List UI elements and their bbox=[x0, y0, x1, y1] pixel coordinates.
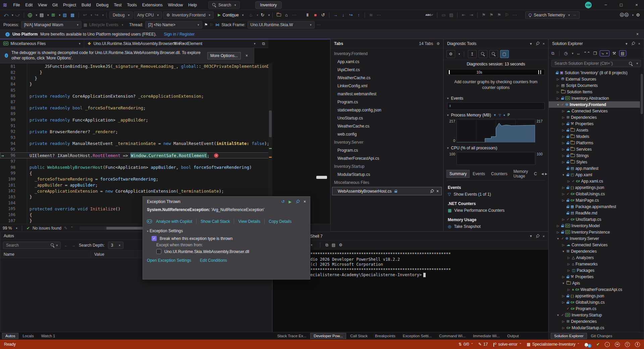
expander-expanded-icon[interactable]: ▾ bbox=[561, 250, 565, 253]
expander-collapsed-icon[interactable]: ▷ bbox=[561, 186, 565, 189]
show-next-statement-icon[interactable]: → bbox=[332, 11, 339, 19]
open-tab-item[interactable]: LinkerConfig.xml bbox=[331, 82, 443, 90]
breakpoint-margin[interactable] bbox=[0, 141, 5, 147]
new-file-icon[interactable]: ▤ bbox=[38, 11, 45, 19]
close-icon[interactable]: × bbox=[543, 234, 545, 238]
open-exception-settings-link[interactable]: Open Exception Settings bbox=[147, 258, 191, 263]
increase-indent-icon[interactable]: ⇥ bbox=[468, 11, 475, 19]
diag-settings-gear-icon[interactable]: ⚙ bbox=[446, 50, 455, 58]
tree-item[interactable]: ▤app.manifest bbox=[549, 165, 644, 171]
expander-collapsed-icon[interactable]: ▷ bbox=[567, 269, 571, 272]
expander-collapsed-icon[interactable]: ▷ bbox=[561, 275, 565, 279]
save-icon[interactable]: ▧ bbox=[61, 11, 68, 19]
expander-collapsed-icon[interactable]: ▷ bbox=[561, 122, 565, 126]
except-module-checkbox[interactable]: ✓ bbox=[156, 249, 161, 254]
git-repository[interactable]: ▩Specialisterne-Inventory⌃ bbox=[527, 342, 580, 347]
chevron-down-icon[interactable]: ▾ bbox=[530, 234, 532, 238]
tree-item[interactable]: ▷⊞Dependencies bbox=[549, 114, 644, 120]
tree-item[interactable]: ▷Solution Items bbox=[549, 89, 644, 95]
expander-collapsed-icon[interactable]: ▷ bbox=[561, 218, 565, 221]
pin-icon[interactable] bbox=[630, 41, 636, 47]
expander-collapsed-icon[interactable]: ▷ bbox=[561, 148, 565, 151]
breakpoint-margin[interactable] bbox=[0, 194, 5, 200]
type-dropdown[interactable]: ❖ Uno.UI.Runtime.Skia.WebAssembly.Browse… bbox=[84, 39, 170, 48]
search-next-icon[interactable]: → bbox=[71, 243, 75, 248]
tree-item[interactable]: ▷Platforms bbox=[549, 140, 644, 146]
breakpoint-margin[interactable] bbox=[0, 123, 5, 129]
configuration-dropdown[interactable]: Debug▾ bbox=[109, 11, 133, 19]
open-tab-item[interactable]: manifest.webmanifest bbox=[331, 90, 443, 98]
expander-collapsed-icon[interactable]: ▷ bbox=[556, 97, 560, 100]
menu-git[interactable]: Git bbox=[50, 3, 60, 7]
navigate-forward-icon[interactable]: ⤻ bbox=[14, 11, 21, 19]
comment-icon[interactable]: ▭ bbox=[440, 11, 447, 19]
panel-tab-immediate-wi-[interactable]: Immediate Wi... bbox=[470, 333, 503, 339]
take-snapshot-link[interactable]: ◎Take Snapshot bbox=[448, 223, 544, 230]
prev-bookmark-icon[interactable]: ⚑ bbox=[488, 11, 495, 19]
breakpoint-margin[interactable] bbox=[0, 81, 5, 87]
tree-item[interactable]: ▷C#MainPage.cs bbox=[549, 197, 644, 203]
toggle-bookmark-icon[interactable]: ⚑ bbox=[480, 11, 487, 19]
notifications-bell[interactable]: 1 bbox=[585, 341, 591, 348]
diag-tab-memory-usage[interactable]: Memory Usage bbox=[511, 167, 531, 180]
open-tab-item[interactable]: web.config bbox=[331, 130, 443, 138]
breakpoint-margin[interactable] bbox=[0, 69, 5, 76]
tree-item[interactable]: ✓C#Program.cs bbox=[549, 305, 644, 312]
split-editor-icon[interactable]: ⧉ bbox=[259, 39, 268, 48]
tree-item[interactable]: ▷C#Inventory.Persistence bbox=[549, 229, 644, 235]
menu-window[interactable]: Window bbox=[165, 3, 185, 7]
lifecycle-events-label[interactable]: Lifecycle Events bbox=[89, 22, 118, 27]
panel-tab-breakpoints[interactable]: Breakpoints bbox=[372, 333, 399, 339]
expander-expanded-icon[interactable]: ▾ bbox=[561, 282, 565, 285]
cpu-section-header[interactable]: CPU (% of all processors) bbox=[451, 146, 497, 150]
format-icon[interactable]: ✎ bbox=[64, 226, 67, 231]
code-line[interactable]: 82 } bbox=[0, 69, 272, 76]
tabs-settings-gear-icon[interactable]: ⚙ bbox=[436, 42, 440, 46]
panel-tab-command-wi-[interactable]: Command Wi... bbox=[436, 333, 469, 339]
code-line[interactable]: 97 bbox=[0, 158, 272, 164]
chevron-down-icon[interactable]: ▾ bbox=[530, 42, 532, 46]
debug-overflow-icon[interactable]: ⋯ bbox=[375, 11, 382, 19]
navigate-back-icon[interactable]: ⤺ bbox=[3, 11, 9, 19]
expander-collapsed-icon[interactable]: ▷ bbox=[567, 180, 571, 183]
breakpoint-margin[interactable] bbox=[0, 75, 5, 81]
open-tab-item[interactable]: IWeatherCache.cs bbox=[331, 74, 443, 82]
open-tab-item[interactable]: ModularStartup.cs bbox=[331, 170, 443, 179]
expander-collapsed-icon[interactable]: ▷ bbox=[561, 320, 565, 323]
expander-collapsed-icon[interactable]: ▷ bbox=[561, 243, 565, 247]
tree-item[interactable]: ▦Package.appxmanifest bbox=[549, 203, 644, 210]
sync-with-active-document-icon[interactable]: ↔ bbox=[577, 51, 581, 56]
pin-icon[interactable] bbox=[295, 199, 301, 205]
zoom-out-icon[interactable] bbox=[489, 50, 498, 58]
code-line[interactable]: 83 } bbox=[0, 75, 272, 81]
zoom-in-icon[interactable] bbox=[479, 50, 487, 58]
tree-item[interactable]: ▷C#GlobalUsings.cs bbox=[549, 299, 644, 305]
tree-item[interactable]: ▾◰App.xaml bbox=[549, 171, 644, 178]
add-item-icon[interactable]: ⊞ bbox=[50, 11, 57, 19]
breakpoint-margin[interactable] bbox=[0, 188, 5, 194]
tree-item[interactable]: ▷☁Connected Services bbox=[549, 242, 644, 248]
tree-item[interactable]: ▾✓⊕Inventory.Server bbox=[549, 235, 644, 242]
expander-expanded-icon[interactable]: ▾ bbox=[556, 237, 560, 240]
solution-scrollbar[interactable] bbox=[640, 68, 644, 332]
expander-collapsed-icon[interactable]: ▷ bbox=[556, 84, 560, 87]
code-line[interactable]: 87 bbox=[0, 99, 272, 105]
clear-bookmarks-icon[interactable]: ⚐ bbox=[503, 11, 510, 19]
expander-collapsed-icon[interactable]: ▷ bbox=[561, 135, 565, 138]
breakpoint-margin[interactable] bbox=[0, 200, 5, 206]
paste-icon[interactable]: ▤ bbox=[332, 243, 335, 247]
collapse-margin-icon[interactable]: ⌃ bbox=[70, 226, 73, 231]
code-line[interactable]: 84 } bbox=[0, 81, 272, 87]
tree-item[interactable]: ▣Solution 'Inventory' (8 of 8 projects) bbox=[549, 69, 644, 76]
pin-icon[interactable] bbox=[534, 41, 540, 47]
expander-collapsed-icon[interactable]: ▷ bbox=[561, 326, 565, 330]
search-control[interactable]: Search ▾ bbox=[208, 1, 240, 9]
expander-collapsed-icon[interactable]: ▷ bbox=[567, 256, 571, 259]
maximize-button[interactable]: □ bbox=[614, 0, 629, 10]
code-line[interactable]: 93 bbox=[0, 135, 272, 141]
panel-tab-autos[interactable]: Autos bbox=[2, 333, 18, 339]
tree-item[interactable]: ▷⊞Dependencies bbox=[549, 318, 644, 325]
tree-item[interactable]: ▤ReadMe.md bbox=[549, 210, 644, 216]
properties-wrench-icon[interactable]: ⚒ bbox=[612, 51, 616, 56]
expander-collapsed-icon[interactable]: ▷ bbox=[561, 192, 565, 196]
